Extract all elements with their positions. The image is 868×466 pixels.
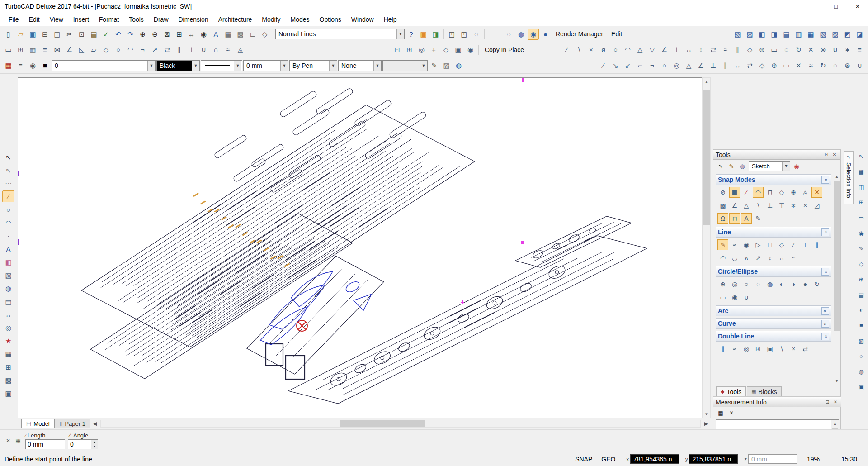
snap-edge-icon[interactable]: ∖ xyxy=(753,200,764,211)
cup-tool-icon[interactable]: ∪ xyxy=(830,44,841,55)
double-line-icon[interactable]: ∥ xyxy=(717,343,728,354)
snap-intersection-icon[interactable]: ⊕ xyxy=(788,187,799,198)
ellipse-icon[interactable]: ◍ xyxy=(764,279,775,290)
palette-select-icon[interactable]: ↖ xyxy=(716,161,726,171)
copy-in-place-button[interactable]: Copy In Place xyxy=(481,46,528,53)
line-tangent-curve-icon[interactable]: ◡ xyxy=(729,252,740,263)
chevron-down-icon[interactable]: ▼ xyxy=(396,29,404,39)
double-rounded-rectangle-icon[interactable]: ▣ xyxy=(764,343,775,354)
arc-tool-icon[interactable]: ◠ xyxy=(622,44,633,55)
horizontal-scrollbar[interactable] xyxy=(100,420,701,428)
line-style-name-combo[interactable]: Normal Lines ▼ xyxy=(275,29,405,39)
vertical-scrollbar[interactable]: ▲ ▼ xyxy=(702,77,711,418)
chevron-up-icon[interactable]: » xyxy=(821,176,829,184)
inspector-table-icon[interactable]: ▦ xyxy=(14,436,23,445)
snap-grid-plane-icon[interactable]: ▩ xyxy=(717,200,728,211)
selection-info-tab[interactable]: ↖ Selection Info xyxy=(844,151,854,204)
save-icon[interactable]: ▣ xyxy=(27,29,38,40)
extrude-tool-icon[interactable]: ▤ xyxy=(2,295,14,307)
chevron-down-icon[interactable]: » xyxy=(821,320,829,328)
pen-color-combo[interactable]: Black ▼ xyxy=(156,60,200,71)
open-icon[interactable]: ▱ xyxy=(15,29,26,40)
x-coordinate-field[interactable]: 781,954365 n xyxy=(630,454,679,464)
delete-constraint-icon[interactable]: ✕ xyxy=(805,44,816,55)
menu-item-format[interactable]: Format xyxy=(94,13,124,26)
print-icon[interactable]: ⊟ xyxy=(39,29,51,40)
text-tool-icon[interactable]: A xyxy=(2,243,14,255)
scroll-up-icon[interactable]: ▲ xyxy=(831,420,839,427)
circle-concentric-icon[interactable]: ◎ xyxy=(729,279,740,290)
line-polyline-icon[interactable]: ≈ xyxy=(729,239,740,250)
circle-tool-icon[interactable]: ○ xyxy=(610,44,621,55)
redo-icon[interactable]: ↷ xyxy=(125,29,136,40)
section-header-curve[interactable]: Curve» xyxy=(716,318,831,329)
pin-icon[interactable]: ⊡ xyxy=(823,151,830,158)
view-iso-se-icon[interactable]: ▧ xyxy=(817,29,829,40)
view-left-icon[interactable]: ▤ xyxy=(781,29,792,40)
chevron-up-icon[interactable]: » xyxy=(821,228,829,236)
wave-dim-icon[interactable]: ≈ xyxy=(805,60,816,71)
angle-dim-icon[interactable]: ∠ xyxy=(695,60,707,71)
diamond-tool-icon[interactable]: ◇ xyxy=(744,44,755,55)
move-tool-icon[interactable]: ↔ xyxy=(2,309,14,320)
circle-small-icon[interactable]: ○ xyxy=(659,60,670,71)
snap-cross-icon[interactable]: × xyxy=(800,200,811,211)
scroll-up-icon[interactable]: ▲ xyxy=(703,78,710,86)
cut-icon[interactable]: ✂ xyxy=(64,29,75,40)
line-irregular-polygon-icon[interactable]: ◉ xyxy=(741,239,752,250)
spline-icon[interactable]: ≈ xyxy=(720,44,731,55)
section-header-arc[interactable]: Arc» xyxy=(716,305,831,316)
slot-tool-icon[interactable]: ▭ xyxy=(769,44,780,55)
snap-center-icon[interactable]: ∗ xyxy=(788,200,799,211)
scroll-down-icon[interactable]: ▼ xyxy=(703,410,710,418)
snap-arc-center-icon[interactable]: ◠ xyxy=(753,187,764,198)
array-palette-icon[interactable]: ⊞ xyxy=(856,197,867,208)
grid-palette-icon[interactable]: ▦ xyxy=(856,166,867,177)
sphere-palette-icon[interactable]: ◍ xyxy=(856,366,867,377)
minimize-icon[interactable]: — xyxy=(804,0,825,13)
z-coordinate-field[interactable]: 0 mm xyxy=(748,454,797,464)
section-header-line[interactable]: Line» xyxy=(716,227,831,238)
line-tool-icon[interactable]: ∕ xyxy=(2,190,14,202)
scroll-right-icon[interactable]: ▶ xyxy=(702,419,711,428)
grid-icon[interactable]: ▦ xyxy=(222,29,234,40)
section-header-circle-ellipse[interactable]: Circle/Ellipse» xyxy=(716,266,831,277)
parallel-dim-icon[interactable]: ∥ xyxy=(720,60,731,71)
line-backslash-icon[interactable]: ∖ xyxy=(573,44,585,55)
select-3d-icon[interactable]: ◳ xyxy=(458,29,470,40)
paste-icon[interactable]: ▤ xyxy=(88,29,99,40)
brush-icon[interactable]: ▨ xyxy=(441,60,452,71)
snap-apex-icon[interactable]: △ xyxy=(741,200,752,211)
circle-slot-icon[interactable]: ▭ xyxy=(717,292,728,303)
line-tangent-arc-icon[interactable]: ◠ xyxy=(717,252,728,263)
palette-sphere-icon[interactable]: ◍ xyxy=(737,161,747,171)
sheet-palette-icon[interactable]: ▤ xyxy=(856,290,867,300)
target-palette-icon[interactable]: ◉ xyxy=(856,228,867,238)
render-manager-button[interactable]: Render Manager xyxy=(552,30,607,38)
triangle-up-icon[interactable]: △ xyxy=(634,44,646,55)
arc-tool-icon[interactable]: ◠ xyxy=(2,217,14,228)
hidden-line-render-icon[interactable]: ◍ xyxy=(515,29,527,40)
line-chamfer-icon[interactable]: ∧ xyxy=(741,252,752,263)
delete-dim-icon[interactable]: ✕ xyxy=(793,60,804,71)
insert-part-icon[interactable]: ▭ xyxy=(3,44,14,55)
half-palette-icon[interactable]: ◐ xyxy=(856,305,867,315)
angle-tool-icon[interactable]: ∠ xyxy=(659,44,670,55)
snap-none-icon[interactable]: ⊘ xyxy=(717,187,728,198)
view-iso-nw-icon[interactable]: ▨ xyxy=(830,29,841,40)
array-tool-icon[interactable]: ⊞ xyxy=(2,361,14,373)
vertical-scroll-thumb[interactable] xyxy=(703,90,710,225)
negate-tool-icon[interactable]: ¬ xyxy=(646,60,658,71)
line-rotated-rectangle-icon[interactable]: ◇ xyxy=(776,239,787,250)
perp-dim-icon[interactable]: ⊥ xyxy=(708,60,719,71)
dashed-circle-icon[interactable]: ◌ xyxy=(830,60,841,71)
edit-button[interactable]: Edit xyxy=(608,30,626,38)
geo-toggle[interactable]: GEO xyxy=(601,456,615,463)
table-tool-icon[interactable]: ▦ xyxy=(2,348,14,360)
menu-item-modify[interactable]: Modify xyxy=(257,13,285,26)
pattern-tool-icon[interactable]: ▩ xyxy=(2,374,14,386)
scroll-down-icon[interactable]: ▼ xyxy=(833,377,840,385)
rotate-tool-icon[interactable]: ◇ xyxy=(100,44,112,55)
workplane-icon[interactable]: ◇ xyxy=(259,29,270,40)
menu-item-draw[interactable]: Draw xyxy=(149,13,174,26)
